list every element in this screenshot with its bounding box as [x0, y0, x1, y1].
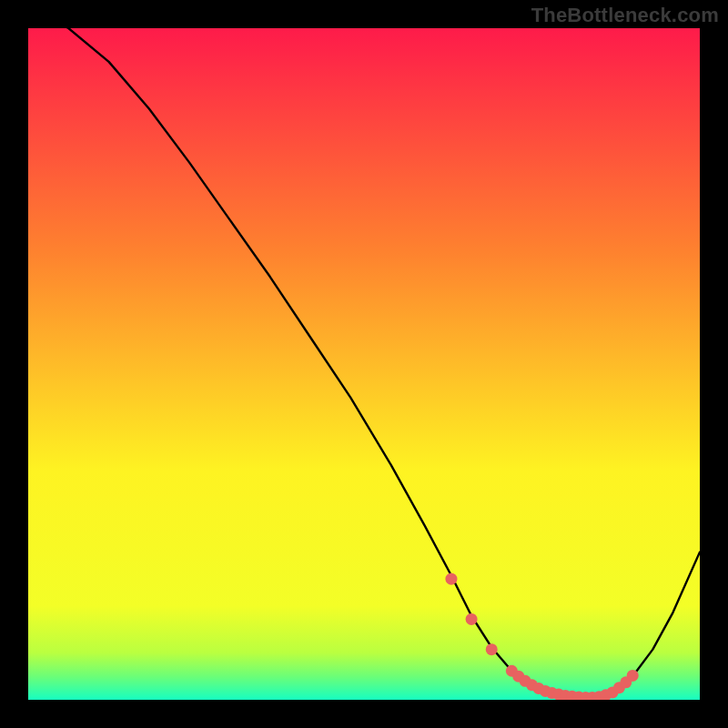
marker-dot: [486, 643, 498, 655]
marker-dot: [445, 573, 457, 585]
gradient-background: [28, 28, 700, 700]
marker-dot: [627, 670, 639, 682]
watermark-text: TheBottleneck.com: [531, 4, 719, 27]
marker-dot: [466, 613, 478, 625]
plot-area: [28, 28, 700, 700]
chart-svg: [28, 28, 700, 700]
outer-frame: TheBottleneck.com: [0, 0, 728, 728]
